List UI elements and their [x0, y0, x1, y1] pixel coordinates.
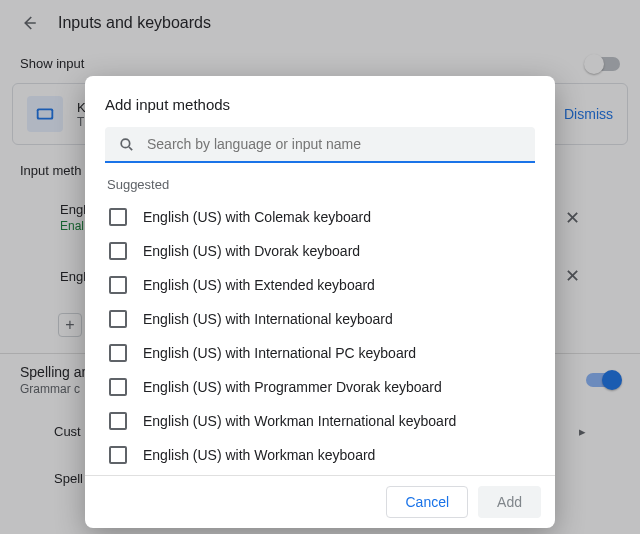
- input-method-option[interactable]: English (US) with Workman International …: [105, 404, 535, 438]
- option-label: English (US) with Programmer Dvorak keyb…: [143, 379, 442, 395]
- option-label: English (US) with Dvorak keyboard: [143, 243, 360, 259]
- dialog-footer: Cancel Add: [85, 475, 555, 528]
- suggested-list: English (US) with Colemak keyboard Engli…: [105, 200, 535, 472]
- cancel-button[interactable]: Cancel: [386, 486, 468, 518]
- checkbox[interactable]: [109, 208, 127, 226]
- checkbox[interactable]: [109, 242, 127, 260]
- input-method-option[interactable]: English (US) with Dvorak keyboard: [105, 234, 535, 268]
- search-input[interactable]: [147, 136, 523, 152]
- checkbox[interactable]: [109, 412, 127, 430]
- option-label: English (US) with Workman keyboard: [143, 447, 375, 463]
- option-label: English (US) with International keyboard: [143, 311, 393, 327]
- option-label: English (US) with International PC keybo…: [143, 345, 416, 361]
- input-method-option[interactable]: English (US) with International keyboard: [105, 302, 535, 336]
- checkbox[interactable]: [109, 344, 127, 362]
- input-method-option[interactable]: English (US) with International PC keybo…: [105, 336, 535, 370]
- search-field[interactable]: [105, 127, 535, 163]
- suggested-label: Suggested: [107, 177, 535, 192]
- option-label: English (US) with Extended keyboard: [143, 277, 375, 293]
- input-method-option[interactable]: English (US) with Programmer Dvorak keyb…: [105, 370, 535, 404]
- checkbox[interactable]: [109, 446, 127, 464]
- add-input-methods-dialog: Add input methods Suggested English (US)…: [85, 76, 555, 528]
- input-method-option[interactable]: English (US) with Extended keyboard: [105, 268, 535, 302]
- option-label: English (US) with Workman International …: [143, 413, 456, 429]
- search-icon: [117, 135, 135, 153]
- option-label: English (US) with Colemak keyboard: [143, 209, 371, 225]
- checkbox[interactable]: [109, 310, 127, 328]
- checkbox[interactable]: [109, 276, 127, 294]
- dialog-title: Add input methods: [105, 96, 535, 113]
- checkbox[interactable]: [109, 378, 127, 396]
- input-method-option[interactable]: English (US) with Colemak keyboard: [105, 200, 535, 234]
- svg-point-2: [121, 139, 130, 148]
- input-method-option[interactable]: English (US) with Workman keyboard: [105, 438, 535, 472]
- add-button[interactable]: Add: [478, 486, 541, 518]
